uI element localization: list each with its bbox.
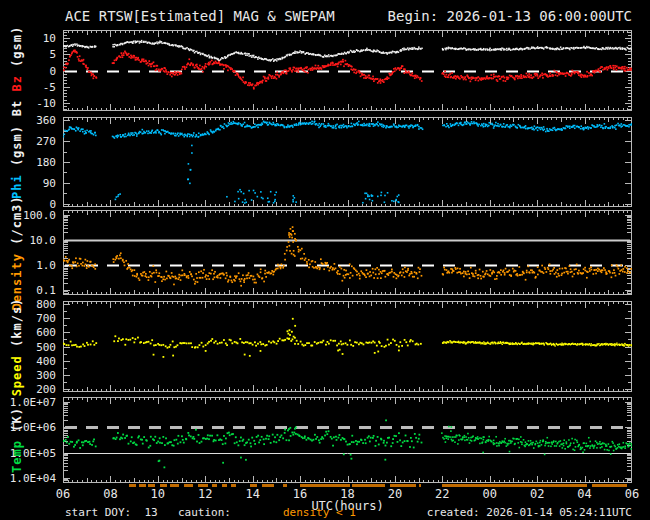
caution-bar-segment <box>139 484 146 487</box>
caution-bar-segment <box>250 484 257 487</box>
caution-bar-segment <box>198 484 207 487</box>
caution-value: density < 1 <box>283 506 356 519</box>
density-plot-canvas <box>63 210 632 295</box>
mag-axis-label-text: Bt Bz (gsm) <box>10 25 24 116</box>
caution-bar-segment <box>231 484 236 487</box>
caution-bar-segment <box>170 484 179 487</box>
caution-bar-segment <box>419 484 422 487</box>
caution-bar-segment <box>390 484 416 487</box>
axis-label-segment: Bt <box>10 91 24 116</box>
caution-bar-segment <box>592 484 628 487</box>
xtick-label: 14 <box>242 487 264 501</box>
panel-density <box>63 210 632 295</box>
temp-plot-canvas <box>63 397 632 483</box>
xtick-label: 08 <box>99 487 121 501</box>
caution-bar-segment <box>262 484 274 487</box>
xtick-label: 22 <box>431 487 453 501</box>
axis-label-segment: Speed <box>10 355 24 396</box>
density-axis-label: Density (/cm3) <box>0 210 34 295</box>
axis-label-segment: Temp <box>10 440 24 473</box>
xtick-label: 00 <box>479 487 501 501</box>
temp-axis-label: Temp (K) <box>0 397 34 483</box>
axis-label-segment: Bz <box>10 75 24 91</box>
phi-axis-label: Phi (gsm) <box>0 117 34 207</box>
start-doy-label: start DOY: 13 <box>65 506 158 519</box>
mag-plot-canvas <box>63 30 632 111</box>
axis-label-segment: (gsm) <box>10 25 24 74</box>
density-axis-label-text: Density (/cm3) <box>10 195 24 310</box>
xtick-label: 16 <box>289 487 311 501</box>
mag-axis-label: Bt Bz (gsm) <box>0 30 34 111</box>
created-timestamp: created: 2026-01-14 05:24:11UTC <box>427 506 632 519</box>
xtick-label: 06 <box>621 487 643 501</box>
axis-label-segment: (K) <box>10 407 24 440</box>
xtick-label: 20 <box>384 487 406 501</box>
plot-title: ACE RTSW[Estimated] MAG & SWEPAM <box>65 8 335 24</box>
caution-bar-segment <box>283 484 287 487</box>
caution-label: caution: <box>178 506 231 519</box>
xtick-label: 06 <box>52 487 74 501</box>
xtick-label: 04 <box>574 487 596 501</box>
panel-phi <box>63 117 632 207</box>
axis-label-segment: (gsm) <box>10 125 24 174</box>
caution-bar-segment <box>352 484 385 487</box>
caution-bar-segment <box>442 484 587 487</box>
panel-temp <box>63 397 632 483</box>
xtick-label: 18 <box>337 487 359 501</box>
panel-mag <box>63 30 632 111</box>
phi-plot-canvas <box>63 117 632 207</box>
speed-axis-label-text: Speed (km/s) <box>10 297 24 396</box>
temp-axis-label-text: Temp (K) <box>10 407 24 473</box>
caution-bar-segment <box>160 484 167 487</box>
speed-plot-canvas <box>63 301 632 392</box>
xtick-label: 12 <box>194 487 216 501</box>
caution-bar-segment <box>300 484 350 487</box>
panel-speed <box>63 301 632 392</box>
caution-bar-segment <box>129 484 136 487</box>
xtick-label: 10 <box>147 487 169 501</box>
speed-axis-label: Speed (km/s) <box>0 301 34 392</box>
caution-bar-segment <box>148 484 155 487</box>
ace-rtsw-plot: ACE RTSW[Estimated] MAG & SWEPAM Begin: … <box>0 0 650 520</box>
phi-axis-label-text: Phi (gsm) <box>10 125 24 199</box>
begin-timestamp: Begin: 2026-01-13 06:00:00UTC <box>388 8 632 24</box>
axis-label-segment: (/cm3) <box>10 195 24 253</box>
caution-bar-segment <box>212 484 217 487</box>
caution-bar-segment <box>184 484 193 487</box>
caution-bar-segment <box>222 484 227 487</box>
xtick-label: 02 <box>526 487 548 501</box>
axis-label-segment: (km/s) <box>10 297 24 355</box>
